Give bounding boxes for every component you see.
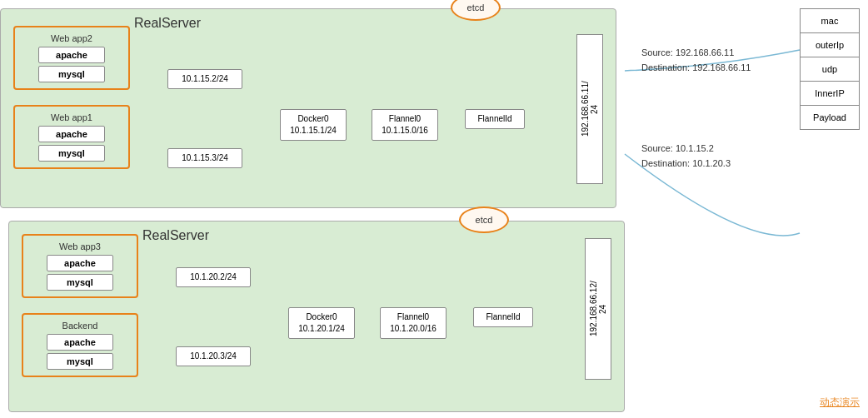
- top-vertical-ip-box: 192.168.66.11/ 24: [576, 34, 603, 184]
- top-flannel0-box: Flannel0 10.1.15.0/16: [372, 109, 438, 141]
- webapp3-title: Web app3: [30, 239, 130, 251]
- webapp3-mysql: mysql: [47, 274, 113, 291]
- packet-innerip: InnerIP: [800, 81, 860, 106]
- packet-udp: udp: [800, 57, 860, 82]
- backend-title: Backend: [30, 318, 130, 331]
- server-bottom-label: RealServer: [142, 228, 209, 243]
- webapp1-title: Web app1: [22, 110, 122, 122]
- packet-table: mac outerIp udp InnerIP Payload: [800, 8, 860, 129]
- backend-mysql: mysql: [47, 353, 113, 370]
- info-source2: Source: 10.1.15.2 Destination: 10.1.20.3: [641, 142, 731, 171]
- webapp2-container: Web app2 apache mysql: [13, 26, 130, 90]
- webapp2-title: Web app2: [22, 31, 122, 43]
- webapp2-apache: apache: [38, 47, 105, 63]
- bottom-ip2-box: 10.1.20.3/24: [176, 346, 251, 366]
- top-flanneld-box: FlannelId: [465, 109, 525, 129]
- backend-apache: apache: [47, 334, 113, 351]
- bottom-flanneld-box: FlannelId: [473, 307, 533, 327]
- webapp2-mysql: mysql: [38, 66, 105, 82]
- bottom-flannel0-box: Flannel0 10.1.20.0/16: [380, 307, 446, 339]
- backend-container: Backend apache mysql: [22, 313, 138, 377]
- webapp1-container: Web app1 apache mysql: [13, 105, 130, 169]
- webapp1-apache: apache: [38, 126, 105, 142]
- packet-payload: Payload: [800, 105, 860, 130]
- info-block1: Source: 192.168.66.11 Destination: 192.1…: [641, 46, 751, 75]
- packet-mac: mac: [800, 8, 860, 33]
- top-docker0-box: Docker0 10.1.15.1/24: [280, 109, 347, 141]
- bottom-docker0-box: Docker0 10.1.20.1/24: [288, 307, 355, 339]
- dynamic-demo-link[interactable]: 动态演示: [820, 396, 860, 410]
- webapp3-apache: apache: [47, 255, 113, 271]
- bottom-ip1-box: 10.1.20.2/24: [176, 267, 251, 287]
- top-etcd-oval: etcd: [451, 0, 501, 21]
- webapp3-container: Web app3 apache mysql: [22, 234, 138, 298]
- info-block2: Source: 10.1.15.2 Destination: 10.1.20.3: [641, 142, 731, 171]
- server-top-block: RealServer Web app2 apache mysql Web app…: [0, 8, 616, 208]
- webapp1-mysql: mysql: [38, 145, 105, 162]
- server-bottom-block: RealServer Web app3 apache mysql Backend…: [8, 221, 625, 412]
- info-source1: Source: 192.168.66.11 Destination: 192.1…: [641, 46, 751, 75]
- server-top-label: RealServer: [134, 16, 201, 31]
- bottom-vertical-ip-box: 192.168.66.12/ 24: [585, 238, 611, 380]
- top-ip2-box: 10.1.15.3/24: [167, 148, 242, 168]
- packet-outerip: outerIp: [800, 32, 860, 57]
- bottom-etcd-oval: etcd: [459, 207, 509, 233]
- top-ip1-box: 10.1.15.2/24: [167, 69, 242, 89]
